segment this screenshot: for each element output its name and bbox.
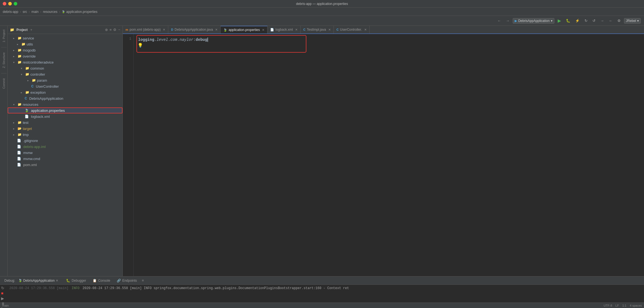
tab-debrisapp[interactable]: D DebrisAppApplication.java ✕: [168, 26, 221, 33]
tree-item-debrisappapplication[interactable]: C DebrisAppApplication: [8, 95, 122, 101]
tab-close-testimpl[interactable]: ✕: [328, 28, 331, 32]
tree-item-pomxml[interactable]: 📄 pom.xml: [8, 162, 122, 168]
jrebel-dropdown[interactable]: JRebel ▾: [624, 18, 641, 24]
xml-icon-pom: 📄: [17, 163, 21, 167]
arrow-left-button[interactable]: ←: [607, 18, 614, 23]
tree-item-test[interactable]: 📁 test: [8, 119, 122, 126]
resume-button[interactable]: ▶: [1, 296, 5, 301]
cursor: [207, 38, 208, 42]
breadcrumb-item-src[interactable]: src: [23, 10, 27, 14]
tree-item-logback[interactable]: 📄 logback.xml: [8, 113, 122, 119]
folder-icon-target: 📂: [18, 127, 22, 130]
settings-button[interactable]: ⚙: [616, 18, 622, 23]
tab-close-appprops[interactable]: ✕: [262, 28, 264, 32]
sidebar-item-structure[interactable]: Z: Structure: [2, 51, 6, 70]
folder-icon: 📁: [10, 28, 14, 32]
run-config-dropdown[interactable]: ▶ DebrisAppApplication ▾: [513, 18, 554, 24]
tree-item-gitignore[interactable]: 📄 .gitignore: [8, 138, 122, 144]
run-button[interactable]: ▶: [556, 18, 563, 24]
bottom-panel: Debug: 🍃 DebrisAppApplication ✕ 🐛 Debugg…: [0, 276, 644, 303]
tree-item-param[interactable]: 📁 param: [8, 77, 122, 83]
chevron-down-icon: [13, 103, 16, 106]
folder-icon-resources: 📁: [18, 102, 22, 106]
tree-item-common[interactable]: 📁 common: [8, 65, 122, 71]
leaf-icon: 🍃: [62, 10, 65, 13]
tree-item-utils[interactable]: 📁 utils: [8, 41, 122, 47]
xml-icon-logback: 📄: [25, 115, 29, 118]
code-token-dot1: .: [154, 37, 156, 43]
sidebar-item-project[interactable]: 1: Project: [2, 28, 6, 44]
tab-usercontroller[interactable]: C UserController. ✕: [334, 26, 370, 33]
chevron-down-icon: [13, 61, 16, 64]
code-line-1: logging.level.com.naylor : debug: [138, 37, 640, 43]
tree-item-exception[interactable]: 📁 exception: [8, 89, 122, 95]
tree-item-tmp[interactable]: 📁 tmp: [8, 132, 122, 138]
update-button[interactable]: ↻: [583, 18, 589, 23]
tree-container: 📁 service 📁 utils 📁 mogodb 📁 override: [8, 34, 122, 276]
bottom-tab-console[interactable]: 📋 Console: [90, 277, 113, 284]
tree-item-mogodb[interactable]: 📁 mogodb: [8, 47, 122, 53]
back-button[interactable]: ←: [496, 18, 503, 23]
chevron-right-icon: [13, 133, 16, 136]
scroll-icon[interactable]: ≡: [110, 28, 112, 32]
sidebar-item-commit[interactable]: Commit: [2, 77, 6, 90]
tree-item-controller[interactable]: 📁 controller: [8, 71, 122, 77]
tab-close-debrisapp[interactable]: ✕: [215, 28, 218, 32]
chevron-right-icon: [13, 37, 16, 40]
tab-appprops[interactable]: 🍃 application.properties ✕: [221, 26, 267, 33]
tree-item-restcontrolleradvice[interactable]: 📁 restcontrolleradvice: [8, 59, 122, 65]
debrisapp-tab-icon: D: [171, 28, 173, 31]
cursor-position: 1:1: [622, 304, 626, 307]
git-branch: main: [2, 304, 9, 307]
tree-item-target[interactable]: 📂 target: [8, 126, 122, 132]
breadcrumb-file[interactable]: 🍃 application.properties: [62, 10, 97, 14]
tab-close-usercontroller[interactable]: ✕: [364, 28, 367, 32]
close-button[interactable]: [3, 2, 6, 5]
maximize-button[interactable]: [14, 2, 17, 5]
lightbulb-icon[interactable]: 💡: [138, 43, 143, 48]
stop-debug-button[interactable]: ■: [1, 291, 5, 295]
tab-close-logback[interactable]: ✕: [295, 28, 298, 32]
traffic-lights: [3, 2, 17, 5]
forward-button[interactable]: →: [504, 18, 511, 23]
bottom-tab-endpoints[interactable]: 🔗 Endpoints: [114, 277, 139, 284]
folder-icon-override: 📁: [18, 54, 22, 58]
tree-item-mvnwcmd[interactable]: 📄 mvnw.cmd: [8, 156, 122, 162]
tab-logback[interactable]: 📄 logback.xml ✕: [267, 26, 300, 33]
locate-icon[interactable]: ⊕: [105, 28, 108, 32]
code-token-logging: logging: [138, 37, 154, 43]
coverage-button[interactable]: ⚡: [574, 18, 581, 23]
debug-session-close-icon[interactable]: ✕: [56, 279, 58, 283]
bottom-tab-debugger[interactable]: 🐛 Debugger: [63, 277, 89, 284]
tab-testimpl[interactable]: C TestImpl.java ✕: [301, 26, 334, 33]
rollback-button[interactable]: ↺: [591, 18, 597, 23]
code-area[interactable]: logging.level.com.naylor : debug 💡: [134, 34, 644, 276]
bottom-toolbar: ↻ ■ ▶ ⏸ ⤵ ↓ ↑ ⇥ ≡ ⊞ ⊟: [0, 285, 6, 303]
bottom-panel-menu-icon[interactable]: ≡: [142, 278, 144, 283]
tree-item-iml[interactable]: 📄 debris-app.iml: [8, 144, 122, 150]
tab-pom[interactable]: m pom.xml (debris-app) ✕: [123, 26, 168, 33]
minimize-button[interactable]: [8, 2, 12, 5]
restart-debug-button[interactable]: ↻: [1, 286, 5, 290]
folder-icon-restcontrolleradvice: 📁: [18, 60, 22, 64]
tab-close-pom[interactable]: ✕: [163, 28, 165, 32]
settings-icon[interactable]: ⚙: [113, 28, 116, 32]
minimize-panel-icon[interactable]: −: [118, 28, 120, 32]
breadcrumb-item-project[interactable]: debris-app: [3, 10, 18, 14]
tree-item-appprops[interactable]: 🍃 application.properties: [8, 107, 122, 113]
code-token-colon: :: [193, 37, 196, 43]
tree-item-usercontroller[interactable]: C UserController: [8, 83, 122, 89]
tree-item-override[interactable]: 📁 override: [8, 53, 122, 59]
tree-item-mvnw[interactable]: 📄 mvnw: [8, 150, 122, 156]
breadcrumb-item-resources[interactable]: resources: [43, 10, 58, 14]
tree-item-resources[interactable]: 📁 resources: [8, 101, 122, 107]
window-title: debris-app — application.properties: [296, 2, 348, 6]
arrow-right-button[interactable]: →: [599, 18, 606, 23]
chevron-right-icon: [13, 55, 16, 58]
breadcrumb-item-main[interactable]: main: [32, 10, 39, 14]
jrebel-chevron-icon: ▾: [637, 19, 639, 23]
tree-item-service[interactable]: 📁 service: [8, 35, 122, 41]
debug-button[interactable]: 🐛: [564, 18, 572, 23]
panel-header: 📁 Project ▾ ⊕ ≡ ⚙ −: [8, 26, 122, 34]
logback-tab-icon: 📄: [270, 28, 274, 32]
